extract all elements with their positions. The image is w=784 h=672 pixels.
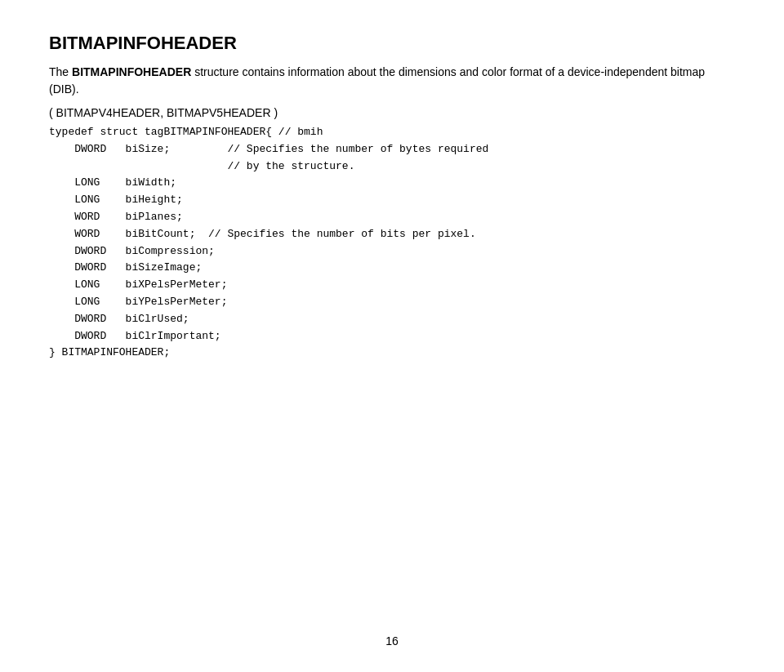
syntax-header: ( BITMAPV4HEADER, BITMAPV5HEADER ): [49, 106, 735, 119]
intro-text-before: The: [49, 65, 72, 78]
intro-bold-text: BITMAPINFOHEADER: [72, 65, 191, 78]
code-block: typedef struct tagBITMAPINFOHEADER{ // b…: [49, 124, 735, 362]
page-title: BITMAPINFOHEADER: [49, 33, 735, 54]
page-number: 16: [385, 634, 399, 648]
intro-text: The BITMAPINFOHEADER structure contains …: [49, 64, 735, 98]
